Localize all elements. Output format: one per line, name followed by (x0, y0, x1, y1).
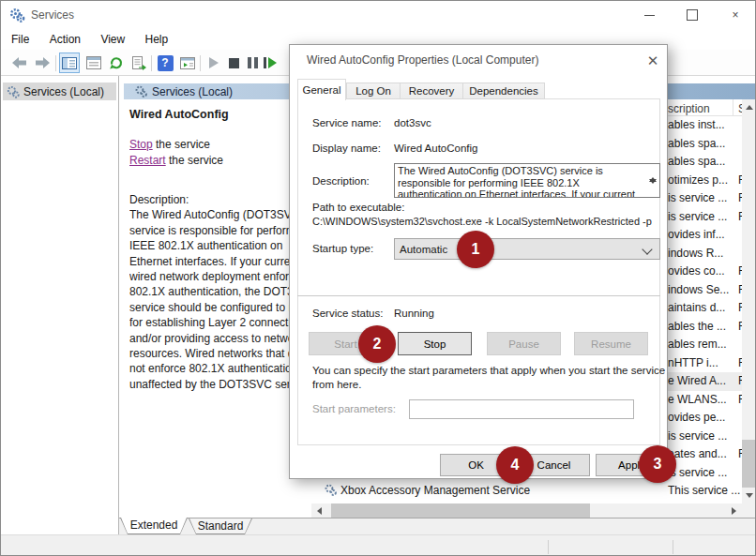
stop-service-line: Stop the service (129, 138, 210, 151)
tab-recovery[interactable]: Recovery (400, 83, 463, 99)
console-tree-panel: Services (Local) (1, 76, 119, 534)
separator (297, 295, 660, 296)
restart-service-link[interactable]: Restart (129, 154, 166, 167)
description-textbox[interactable]: The Wired AutoConfig (DOT3SVC) service i… (394, 163, 660, 198)
forward-icon[interactable] (32, 53, 53, 73)
dialog-description-line: authentication on Ethernet interfaces. I… (398, 188, 642, 198)
service-desc: eates and... (668, 447, 727, 460)
minimize-button[interactable] (627, 1, 671, 29)
display-name-label: Display name: (312, 143, 381, 154)
close-button[interactable]: × (714, 1, 756, 29)
service-desc: ables inst... (668, 118, 725, 131)
service-desc: ables spa... (668, 155, 725, 168)
service-desc: e WLANS... (668, 393, 727, 406)
service-status-label: Service status: (312, 308, 383, 319)
service-desc: ovides inf... (668, 228, 725, 241)
dialog-description-line: responsible for performing IEEE 802.1X (398, 177, 642, 189)
service-description-line: service is responsible for perform (129, 223, 295, 238)
tab-standard-label: Standard (189, 518, 251, 533)
service-gear-icon (325, 484, 337, 499)
service-description-line: resources. Wired networks that d (129, 346, 295, 361)
scroll-up-icon[interactable] (649, 166, 657, 177)
service-row-xbox[interactable]: Xbox Accessory Management Service This s… (311, 482, 742, 501)
resume-button[interactable]: Resume (574, 332, 648, 355)
description-text: The Wired AutoConfig (DOT3SVC) service i… (398, 165, 642, 198)
service-desc: is service ... (668, 191, 727, 204)
tab-extended[interactable]: Extended (120, 518, 188, 534)
show-action-pane-icon[interactable] (177, 53, 198, 73)
start-params-label: Start parameters: (312, 403, 396, 414)
annotation-badge-2: 2 (358, 325, 396, 363)
stop-service-icon[interactable] (223, 53, 244, 73)
restart-service-line-rest: the service (166, 154, 223, 167)
annotation-badge-1: 1 (457, 231, 494, 268)
service-desc: ables spa... (668, 137, 725, 150)
status-bar (1, 534, 755, 556)
window-title: Services (31, 8, 74, 22)
vertical-scrollbar[interactable] (742, 99, 756, 503)
export-list-icon[interactable] (129, 53, 149, 73)
scroll-down-icon[interactable] (742, 488, 756, 503)
scroll-up-icon[interactable] (742, 99, 756, 115)
horizontal-scrollbar[interactable] (311, 503, 742, 518)
horizontal-scrollbar-thumb[interactable] (331, 503, 590, 518)
service-description-line: Ethernet interfaces. If your curren (129, 254, 295, 269)
back-icon[interactable] (8, 53, 29, 73)
service-description-line: wired network deployment enfor (129, 269, 295, 284)
stop-service-link[interactable]: Stop (129, 138, 153, 151)
tab-dependencies[interactable]: Dependencies (462, 83, 545, 99)
restart-service-icon[interactable] (260, 53, 280, 73)
tree-item-services-local[interactable]: Services (Local) (3, 83, 116, 100)
service-desc: aintains d... (668, 301, 725, 314)
service-desc: ovides co... (668, 264, 725, 278)
service-desc: is service ... (668, 210, 727, 223)
menu-action[interactable]: Action (41, 29, 89, 46)
service-description-line: Description: (129, 192, 295, 207)
startup-type-dropdown[interactable]: Automatic (394, 238, 660, 260)
service-description-line: IEEE 802.1X authentication on (129, 238, 295, 253)
service-description-line: for establishing Layer 2 connectiv (129, 315, 295, 330)
stop-service-line-rest: the service (153, 138, 210, 151)
dialog-title: Wired AutoConfig Properties (Local Compu… (307, 53, 538, 67)
service-desc: indows Se... (668, 283, 729, 296)
service-name-value: dot3svc (394, 117, 431, 128)
services-gears-icon (7, 85, 20, 98)
menu-help[interactable]: Help (137, 29, 177, 46)
dialog-close-icon[interactable]: ✕ (641, 51, 665, 71)
stop-button[interactable]: Stop (398, 332, 472, 355)
annotation-badge-3: 3 (639, 445, 676, 483)
vertical-scrollbar-thumb[interactable] (742, 440, 756, 488)
service-description-line: and/or providing access to netwo (129, 331, 295, 346)
service-status-value: Running (394, 308, 434, 319)
scroll-left-icon[interactable] (311, 503, 327, 518)
start-params-input[interactable] (409, 399, 634, 419)
service-desc: e Wired A... (668, 374, 726, 387)
description-label: Description: (312, 175, 370, 187)
tab-standard[interactable]: Standard (189, 518, 252, 534)
show-console-tree-icon[interactable] (59, 53, 80, 73)
help-icon[interactable]: ? (155, 53, 175, 73)
pause-button[interactable]: Pause (487, 332, 561, 355)
start-params-help: You can specify the start parameters tha… (312, 364, 665, 392)
menu-file[interactable]: File (3, 29, 38, 46)
toolbar-separator (151, 55, 152, 71)
services-window: Services × File Action View Help ? (0, 0, 756, 556)
toolbar-separator (200, 55, 201, 71)
annotation-badge-4: 4 (496, 446, 534, 484)
maximize-button[interactable] (671, 1, 714, 29)
properties-icon[interactable] (83, 53, 104, 73)
scroll-right-icon[interactable] (726, 503, 742, 518)
dialog-description-line: The Wired AutoConfig (DOT3SVC) service i… (398, 165, 642, 177)
scroll-down-icon[interactable] (649, 184, 657, 195)
startup-type-label: Startup type: (312, 243, 373, 254)
service-desc: ables the ... (668, 320, 726, 333)
refresh-icon[interactable] (106, 53, 127, 73)
start-service-icon[interactable] (204, 53, 224, 73)
tree-item-label: Services (Local) (23, 85, 104, 98)
tab-general[interactable]: General (297, 79, 346, 100)
path-value: C:\WINDOWS\system32\svchost.exe -k Local… (312, 216, 652, 227)
menu-view[interactable]: View (92, 29, 133, 46)
tab-log-on[interactable]: Log On (346, 83, 401, 99)
column-header-description[interactable]: scription (668, 102, 710, 115)
column-separator[interactable] (733, 99, 733, 115)
